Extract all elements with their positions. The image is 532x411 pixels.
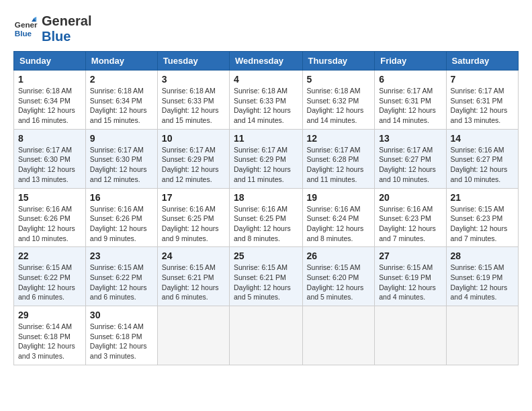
calendar-day-cell: 23Sunrise: 6:15 AMSunset: 6:22 PMDayligh… [85, 247, 157, 306]
day-info: Sunrise: 6:16 AMSunset: 6:26 PMDaylight:… [90, 204, 153, 244]
day-info: Sunrise: 6:16 AMSunset: 6:25 PMDaylight:… [234, 204, 298, 244]
calendar-day-cell: 12Sunrise: 6:17 AMSunset: 6:28 PMDayligh… [302, 129, 375, 188]
calendar-header-sunday: Sunday [14, 52, 86, 71]
calendar-day-cell [157, 306, 229, 365]
calendar-body: 1Sunrise: 6:18 AMSunset: 6:34 PMDaylight… [14, 71, 519, 365]
day-number: 12 [307, 133, 371, 144]
calendar-day-cell: 7Sunrise: 6:17 AMSunset: 6:31 PMDaylight… [446, 71, 518, 130]
calendar-day-cell: 19Sunrise: 6:16 AMSunset: 6:24 PMDayligh… [302, 188, 375, 247]
day-info: Sunrise: 6:17 AMSunset: 6:29 PMDaylight:… [162, 145, 225, 185]
day-number: 17 [162, 192, 225, 203]
day-number: 14 [451, 133, 514, 144]
day-number: 29 [18, 310, 81, 320]
day-number: 11 [234, 133, 298, 144]
day-number: 6 [379, 74, 441, 85]
calendar-header-tuesday: Tuesday [157, 52, 229, 71]
day-info: Sunrise: 6:15 AMSunset: 6:21 PMDaylight:… [234, 263, 298, 302]
calendar-day-cell: 26Sunrise: 6:15 AMSunset: 6:20 PMDayligh… [302, 247, 375, 306]
calendar-header-monday: Monday [85, 52, 157, 71]
day-number: 25 [234, 250, 298, 261]
calendar-day-cell [302, 306, 375, 365]
calendar-day-cell: 6Sunrise: 6:17 AMSunset: 6:31 PMDaylight… [375, 71, 446, 130]
calendar-header-friday: Friday [375, 52, 446, 71]
calendar-header-saturday: Saturday [446, 52, 518, 71]
calendar-day-cell: 18Sunrise: 6:16 AMSunset: 6:25 PMDayligh… [230, 188, 303, 247]
day-number: 16 [90, 192, 153, 203]
day-info: Sunrise: 6:17 AMSunset: 6:31 PMDaylight:… [451, 86, 514, 126]
day-info: Sunrise: 6:16 AMSunset: 6:27 PMDaylight:… [451, 145, 514, 185]
day-number: 27 [379, 250, 441, 261]
calendar-day-cell: 29Sunrise: 6:14 AMSunset: 6:18 PMDayligh… [14, 306, 86, 365]
calendar-day-cell: 10Sunrise: 6:17 AMSunset: 6:29 PMDayligh… [157, 129, 229, 188]
calendar-header-row: SundayMondayTuesdayWednesdayThursdayFrid… [14, 52, 519, 71]
calendar-day-cell: 8Sunrise: 6:17 AMSunset: 6:30 PMDaylight… [14, 129, 86, 188]
day-number: 2 [90, 74, 153, 85]
day-number: 18 [234, 192, 298, 203]
calendar-week-row: 29Sunrise: 6:14 AMSunset: 6:18 PMDayligh… [14, 306, 519, 365]
calendar-day-cell: 14Sunrise: 6:16 AMSunset: 6:27 PMDayligh… [446, 129, 518, 188]
day-info: Sunrise: 6:18 AMSunset: 6:34 PMDaylight:… [18, 86, 81, 126]
day-info: Sunrise: 6:17 AMSunset: 6:28 PMDaylight:… [307, 145, 371, 185]
day-number: 7 [451, 74, 514, 85]
day-info: Sunrise: 6:16 AMSunset: 6:23 PMDaylight:… [379, 204, 441, 244]
calendar-day-cell: 28Sunrise: 6:15 AMSunset: 6:19 PMDayligh… [446, 247, 518, 306]
day-info: Sunrise: 6:14 AMSunset: 6:18 PMDaylight:… [90, 322, 153, 361]
day-info: Sunrise: 6:17 AMSunset: 6:30 PMDaylight:… [90, 145, 153, 185]
calendar-day-cell: 15Sunrise: 6:16 AMSunset: 6:26 PMDayligh… [14, 188, 86, 247]
day-info: Sunrise: 6:15 AMSunset: 6:21 PMDaylight:… [162, 263, 225, 302]
calendar-day-cell: 4Sunrise: 6:18 AMSunset: 6:33 PMDaylight… [230, 71, 303, 130]
calendar-day-cell: 3Sunrise: 6:18 AMSunset: 6:33 PMDaylight… [157, 71, 229, 130]
logo-blue: Blue [42, 29, 91, 44]
day-number: 20 [379, 192, 441, 203]
calendar-week-row: 1Sunrise: 6:18 AMSunset: 6:34 PMDaylight… [14, 71, 519, 130]
day-number: 10 [162, 133, 225, 144]
day-number: 4 [234, 74, 298, 85]
calendar-day-cell: 20Sunrise: 6:16 AMSunset: 6:23 PMDayligh… [375, 188, 446, 247]
day-info: Sunrise: 6:15 AMSunset: 6:19 PMDaylight:… [451, 263, 514, 302]
day-info: Sunrise: 6:15 AMSunset: 6:22 PMDaylight:… [18, 263, 81, 302]
page-header: General Blue General Blue [13, 13, 519, 44]
calendar-day-cell: 27Sunrise: 6:15 AMSunset: 6:19 PMDayligh… [375, 247, 446, 306]
calendar-table: SundayMondayTuesdayWednesdayThursdayFrid… [13, 51, 519, 365]
calendar-day-cell: 30Sunrise: 6:14 AMSunset: 6:18 PMDayligh… [85, 306, 157, 365]
day-info: Sunrise: 6:16 AMSunset: 6:24 PMDaylight:… [307, 204, 371, 244]
day-info: Sunrise: 6:17 AMSunset: 6:30 PMDaylight:… [18, 145, 81, 185]
calendar-week-row: 8Sunrise: 6:17 AMSunset: 6:30 PMDaylight… [14, 129, 519, 188]
calendar-day-cell: 21Sunrise: 6:15 AMSunset: 6:23 PMDayligh… [446, 188, 518, 247]
day-number: 21 [451, 192, 514, 203]
day-info: Sunrise: 6:15 AMSunset: 6:20 PMDaylight:… [307, 263, 371, 302]
calendar-header-wednesday: Wednesday [230, 52, 303, 71]
calendar-day-cell: 13Sunrise: 6:17 AMSunset: 6:27 PMDayligh… [375, 129, 446, 188]
calendar-day-cell: 22Sunrise: 6:15 AMSunset: 6:22 PMDayligh… [14, 247, 86, 306]
day-info: Sunrise: 6:16 AMSunset: 6:25 PMDaylight:… [162, 204, 225, 244]
logo: General Blue General Blue [13, 13, 91, 44]
calendar-day-cell: 17Sunrise: 6:16 AMSunset: 6:25 PMDayligh… [157, 188, 229, 247]
calendar-day-cell: 11Sunrise: 6:17 AMSunset: 6:29 PMDayligh… [230, 129, 303, 188]
day-info: Sunrise: 6:17 AMSunset: 6:31 PMDaylight:… [379, 86, 441, 126]
svg-text:Blue: Blue [15, 29, 32, 38]
calendar-day-cell: 2Sunrise: 6:18 AMSunset: 6:34 PMDaylight… [85, 71, 157, 130]
day-number: 23 [90, 250, 153, 261]
day-number: 3 [162, 74, 225, 85]
calendar-day-cell: 5Sunrise: 6:18 AMSunset: 6:32 PMDaylight… [302, 71, 375, 130]
day-info: Sunrise: 6:15 AMSunset: 6:19 PMDaylight:… [379, 263, 441, 302]
day-info: Sunrise: 6:18 AMSunset: 6:33 PMDaylight:… [234, 86, 298, 126]
day-number: 13 [379, 133, 441, 144]
day-number: 9 [90, 133, 153, 144]
calendar-week-row: 15Sunrise: 6:16 AMSunset: 6:26 PMDayligh… [14, 188, 519, 247]
day-info: Sunrise: 6:18 AMSunset: 6:32 PMDaylight:… [307, 86, 371, 126]
day-info: Sunrise: 6:15 AMSunset: 6:22 PMDaylight:… [90, 263, 153, 302]
day-number: 19 [307, 192, 371, 203]
day-number: 24 [162, 250, 225, 261]
day-info: Sunrise: 6:18 AMSunset: 6:33 PMDaylight:… [162, 86, 225, 126]
day-number: 26 [307, 250, 371, 261]
day-number: 8 [18, 133, 81, 144]
calendar-day-cell: 16Sunrise: 6:16 AMSunset: 6:26 PMDayligh… [85, 188, 157, 247]
day-number: 1 [18, 74, 81, 85]
calendar-header-thursday: Thursday [302, 52, 375, 71]
day-number: 28 [451, 250, 514, 261]
calendar-day-cell: 9Sunrise: 6:17 AMSunset: 6:30 PMDaylight… [85, 129, 157, 188]
day-number: 15 [18, 192, 81, 203]
day-number: 30 [90, 310, 153, 320]
logo-icon: General Blue [13, 17, 38, 41]
